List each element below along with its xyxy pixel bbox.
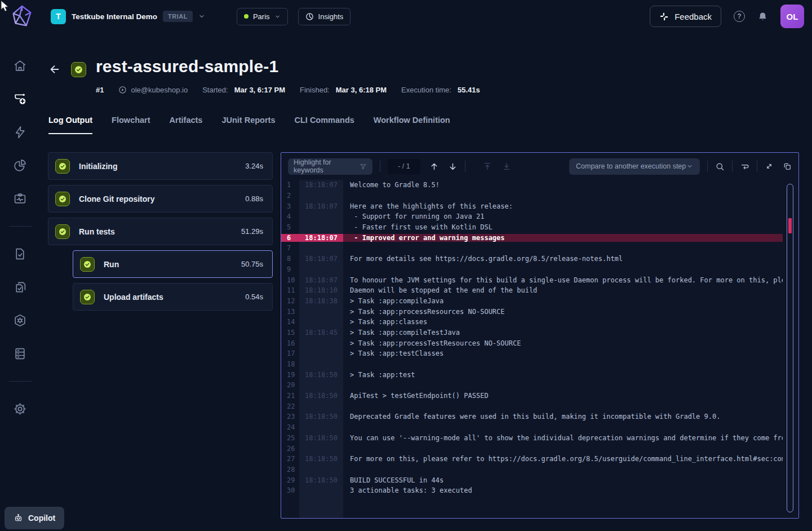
- log-line: 24: [281, 422, 798, 433]
- line-number: 29: [281, 476, 299, 484]
- search-button[interactable]: [715, 162, 725, 171]
- expand-button[interactable]: [765, 162, 774, 171]
- line-timestamp: 18:18:38: [299, 297, 343, 305]
- step-card-upload-artifacts[interactable]: Upload artifacts0.54s: [73, 283, 273, 311]
- sidebar-item-test-suites[interactable]: [13, 280, 27, 294]
- step-card-run-tests[interactable]: Run tests51.29s: [48, 218, 273, 245]
- tab-workflow-definition[interactable]: Workflow Definition: [374, 116, 450, 134]
- check-icon: [83, 260, 92, 269]
- executors-icon: [13, 313, 27, 328]
- sidebar-item-settings[interactable]: [13, 402, 27, 416]
- copilot-button[interactable]: Copilot: [5, 507, 64, 529]
- step-label: Clone Git repository: [79, 194, 155, 203]
- toolbar-divider: [465, 161, 465, 172]
- robot-icon: [14, 514, 23, 523]
- prev-match-button[interactable]: [429, 162, 439, 171]
- workflows-icon: [13, 92, 27, 106]
- compare-step-select[interactable]: Compare to another execution step: [569, 158, 700, 175]
- line-text: For more on this, please refer to https:…: [343, 455, 783, 463]
- environment-selector[interactable]: Paris: [237, 8, 288, 25]
- scroll-to-bottom-button[interactable]: [502, 162, 511, 171]
- sidebar-item-tests[interactable]: [13, 247, 27, 261]
- execution-time: Execution time: 55.41s: [401, 86, 480, 94]
- back-button[interactable]: [48, 63, 61, 76]
- settings-icon: [13, 402, 27, 416]
- scroll-to-top-button[interactable]: [483, 162, 492, 171]
- step-card-run[interactable]: Run50.75s: [73, 250, 273, 278]
- line-timestamp: 18:18:50: [299, 476, 343, 484]
- line-text: > Task :app:classes: [343, 318, 783, 326]
- sidebar-item-health-monitor[interactable]: [13, 192, 27, 206]
- tab-log-output[interactable]: Log Output: [48, 116, 92, 134]
- feedback-button[interactable]: Feedback: [650, 6, 721, 27]
- started-label: Started:: [202, 86, 228, 94]
- keywords-filter[interactable]: Highlight for keywords: [288, 158, 372, 175]
- line-number: 25: [281, 434, 299, 442]
- organization-switcher[interactable]: T Testkube Internal Demo TRIAL: [51, 9, 205, 24]
- wrap-lines-icon: [740, 162, 749, 171]
- step-card-initializing[interactable]: Initializing3.24s: [48, 152, 273, 180]
- line-text: > Task :app:test: [343, 371, 783, 379]
- line-number: 18: [281, 360, 299, 368]
- help-button[interactable]: ?: [734, 11, 745, 22]
- tab-artifacts[interactable]: Artifacts: [170, 116, 203, 134]
- finished-value: Mar 3, 6:18 PM: [336, 86, 387, 94]
- line-number: 11: [281, 286, 299, 294]
- log-line: 2718:18:50For more on this, please refer…: [281, 454, 798, 464]
- wrap-lines-button[interactable]: [740, 162, 749, 171]
- log-line: 118:18:07Welcome to Gradle 8.5!: [281, 180, 798, 191]
- line-text: > Task :app:testClasses: [343, 349, 783, 357]
- sidebar-item-sources[interactable]: [13, 347, 27, 361]
- tab-cli-commands[interactable]: CLI Commands: [295, 116, 354, 134]
- home-icon: [13, 59, 27, 73]
- check-icon: [58, 194, 67, 203]
- line-number: 6: [281, 234, 299, 242]
- log-line: 303 actionable tasks: 3 executed: [281, 485, 798, 496]
- notifications-button[interactable]: [757, 11, 768, 22]
- copy-icon: [783, 162, 792, 171]
- step-card-clone-git-repository[interactable]: Clone Git repository0.88s: [48, 185, 273, 213]
- line-text: Deprecated Gradle features were used in …: [343, 413, 783, 421]
- search-icon: [715, 162, 725, 171]
- sidebar-item-home[interactable]: [13, 59, 27, 73]
- chevron-down-icon: [686, 163, 693, 170]
- line-text: > Task :app:compileJava: [343, 297, 783, 305]
- started-at: Started: Mar 3, 6:17 PM: [202, 86, 285, 94]
- log-output: 118:18:07Welcome to Gradle 8.5!2318:18:0…: [281, 180, 798, 518]
- log-scrollbar[interactable]: [787, 184, 793, 512]
- next-match-button[interactable]: [448, 162, 458, 171]
- log-line: 20: [281, 380, 798, 391]
- insights-button[interactable]: Insights: [298, 8, 351, 25]
- user-avatar[interactable]: OL: [780, 5, 804, 28]
- log-line: 9: [281, 264, 798, 275]
- step-duration: 50.75s: [241, 260, 263, 268]
- toolbar-divider: [757, 161, 757, 172]
- sidebar-nav: [0, 33, 40, 531]
- sidebar-item-workflows[interactable]: [13, 92, 27, 106]
- sidebar-item-triggers[interactable]: [13, 125, 27, 139]
- tab-flowchart[interactable]: Flowchart: [112, 116, 150, 134]
- testkube-logo[interactable]: [9, 3, 35, 29]
- tests-icon: [13, 247, 27, 261]
- line-text: - Faster first use with Kotlin DSL: [343, 223, 783, 231]
- tab-junit-reports[interactable]: JUnit Reports: [221, 116, 275, 134]
- line-number: 28: [281, 466, 299, 474]
- test-suites-icon: [13, 280, 27, 294]
- log-line: 18: [281, 359, 798, 370]
- toolbar-divider: [707, 161, 708, 172]
- bell-icon: [757, 11, 768, 22]
- sidebar-item-insights-pie[interactable]: [13, 158, 27, 172]
- copy-button[interactable]: [783, 162, 792, 171]
- log-line: 28: [281, 464, 798, 475]
- to-top-icon: [483, 162, 492, 171]
- sidebar-item-executors[interactable]: [13, 313, 27, 328]
- line-number: 19: [281, 371, 299, 379]
- to-bottom-icon: [502, 162, 511, 171]
- check-icon: [83, 293, 92, 302]
- toolbar-divider: [732, 161, 733, 172]
- steps-panel: Initializing3.24sClone Git repository0.8…: [48, 152, 273, 316]
- health-monitor-icon: [13, 192, 27, 206]
- env-name: Paris: [253, 12, 270, 21]
- line-timestamp: 18:18:07: [299, 202, 343, 210]
- chevron-down-icon: [274, 14, 281, 20]
